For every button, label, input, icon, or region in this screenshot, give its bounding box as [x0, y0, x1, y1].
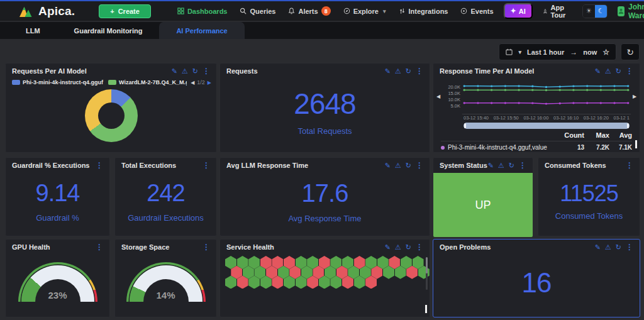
alert-icon[interactable]: ⚠	[395, 68, 401, 75]
alert-icon[interactable]: ⚠	[395, 162, 401, 169]
star-icon[interactable]: ☆	[602, 48, 609, 57]
alert-icon[interactable]: ⚠	[182, 68, 188, 75]
donut-chart[interactable]	[85, 89, 138, 142]
user-menu[interactable]: John Ward ▾	[618, 3, 644, 20]
tab-llm[interactable]: LLM	[9, 22, 57, 39]
light-theme-icon[interactable]: ☀	[583, 5, 595, 18]
system-status-indicator[interactable]: UP	[433, 173, 533, 237]
scrollbar[interactable]	[635, 140, 637, 148]
time-range-from[interactable]: Last 1 hour	[527, 48, 564, 56]
edit-icon[interactable]: ✎	[385, 244, 391, 251]
nav-items: DashboardsQueriesAlerts8Explore▾Integrat…	[177, 6, 494, 16]
nav-item-events[interactable]: Events	[460, 8, 493, 15]
alert-icon[interactable]: ⚠	[605, 68, 611, 75]
gpu-gauge[interactable]: 23%	[18, 262, 97, 302]
refresh-icon[interactable]: ↻	[616, 68, 621, 75]
nav-item-alerts[interactable]: Alerts8	[288, 6, 330, 16]
panel-actions: ⋮	[96, 243, 103, 251]
nav-item-dashboards[interactable]: Dashboards	[177, 8, 228, 15]
apica-logo-icon	[19, 5, 34, 18]
dashboard-page: Apica. + Create DashboardsQueriesAlerts8…	[0, 0, 644, 320]
chevron-down-icon[interactable]: ▾	[518, 49, 521, 55]
kebab-icon[interactable]: ⋮	[519, 162, 526, 169]
create-button[interactable]: + Create	[99, 4, 151, 18]
edit-icon[interactable]: ✎	[172, 68, 177, 75]
alert-icon[interactable]: ⚠	[498, 162, 504, 169]
alert-icon[interactable]: ⚠	[395, 244, 401, 251]
edit-icon[interactable]: ✎	[385, 162, 391, 169]
y-tick-label: 5.0K	[441, 103, 460, 109]
storage-gauge[interactable]: 14%	[126, 262, 206, 302]
top-navbar: Apica. + Create DashboardsQueriesAlerts8…	[0, 0, 644, 21]
panel-actions: ⋮	[96, 162, 103, 169]
refresh-icon[interactable]: ↻	[406, 68, 411, 75]
kebab-icon[interactable]: ⋮	[416, 243, 423, 251]
panel-title: Service Health	[226, 243, 274, 251]
kebab-icon[interactable]: ⋮	[416, 67, 423, 75]
kebab-icon[interactable]: ⋮	[96, 243, 103, 251]
kebab-icon[interactable]: ⋮	[203, 162, 210, 169]
time-range-to[interactable]: now	[583, 48, 597, 56]
response-chart[interactable]	[462, 78, 631, 114]
tab-ai-performance[interactable]: AI Performance	[159, 22, 244, 39]
edit-icon[interactable]: ✎	[595, 244, 601, 251]
x-tick-label: 03-12 16:10	[553, 115, 579, 121]
events-icon	[460, 8, 467, 14]
panel-service-health: Service Health ✎⚠↻⋮	[219, 239, 430, 317]
legend-item[interactable]: Phi-3-mini-4k-instruct-q4.gguf	[12, 79, 103, 86]
user-name: John Ward	[628, 3, 644, 20]
legend-swatch	[108, 80, 116, 85]
theme-toggle[interactable]: ☀ ☾	[582, 4, 608, 18]
panel-actions: ✎⚠↻⋮	[385, 243, 423, 251]
time-controls: ▾ Last 1 hour → now ☆ ↻	[499, 43, 640, 60]
table-header: Count Max Avg	[441, 131, 632, 139]
edit-icon[interactable]: ✎	[595, 68, 601, 75]
edit-icon[interactable]: ✎	[488, 162, 494, 169]
kebab-icon[interactable]: ⋮	[416, 162, 423, 169]
kebab-icon[interactable]: ⋮	[626, 67, 633, 75]
nav-item-explore[interactable]: Explore▾	[343, 8, 386, 15]
kebab-icon[interactable]: ⋮	[203, 67, 210, 75]
refresh-icon[interactable]: ↻	[616, 244, 621, 251]
brush-handle-right[interactable]	[627, 123, 629, 128]
arrow-right-icon: →	[570, 48, 577, 57]
table-row[interactable]: Phi-3-mini-4k-instruct-q4.gguf,value 13 …	[441, 141, 632, 151]
kebab-icon[interactable]: ⋮	[626, 243, 633, 251]
nav-item-integrations[interactable]: Integrations	[399, 8, 448, 15]
refresh-icon[interactable]: ↻	[192, 68, 198, 75]
brand[interactable]: Apica.	[19, 4, 75, 18]
legend-item[interactable]: WizardLM-2-7B.Q4_K_M.gguf	[108, 79, 187, 86]
stat-label: Avg Response Time	[288, 214, 361, 223]
refresh-icon[interactable]: ↻	[406, 162, 411, 169]
panel-actions: ✎⚠↻⋮	[595, 67, 633, 75]
brush-handle-left[interactable]	[464, 123, 466, 128]
dark-theme-icon[interactable]: ☾	[595, 5, 607, 18]
legend-prev-icon[interactable]: ◀	[191, 80, 194, 86]
kebab-icon[interactable]: ⋮	[96, 162, 103, 169]
ai-assistant-button[interactable]: ✦ AI	[504, 3, 533, 19]
time-range-picker[interactable]: ▾ Last 1 hour → now ☆	[499, 43, 616, 60]
legend-next-icon[interactable]: ▶	[208, 80, 211, 86]
alert-icon[interactable]: ⚠	[605, 244, 611, 251]
tab-guardrail-monitoring[interactable]: Guardrail Monitoring	[57, 22, 160, 39]
chart-next-icon[interactable]: ▶	[631, 94, 638, 99]
app-tour-button[interactable]: App Tour	[543, 4, 572, 19]
stat-value: 242	[147, 181, 184, 205]
scrollbar[interactable]	[426, 257, 428, 290]
navbar-right: ✦ AI App Tour ☀ ☾ John Ward ▾	[504, 3, 644, 20]
stat-value: 17.6	[302, 180, 348, 206]
refresh-button[interactable]: ↻	[621, 43, 640, 60]
gauge-value: 14%	[126, 290, 206, 301]
alerts-badge: 8	[321, 6, 331, 16]
refresh-icon[interactable]: ↻	[406, 244, 411, 251]
tab-bar-items: LLMGuardrail MonitoringAI Performance	[0, 22, 644, 39]
kebab-icon[interactable]: ⋮	[626, 162, 633, 169]
panel-avg-llm-response-time: Avg LLM Response Time ✎⚠↻⋮ 17.6 Avg Resp…	[219, 157, 430, 236]
kebab-icon[interactable]: ⋮	[203, 243, 210, 251]
x-tick-label: 03-12 16:20	[584, 115, 609, 121]
chart-brush[interactable]	[464, 123, 630, 129]
edit-icon[interactable]: ✎	[385, 68, 391, 75]
nav-item-queries[interactable]: Queries	[240, 8, 275, 15]
refresh-icon[interactable]: ↻	[509, 162, 514, 169]
response-x-labels: 03-12 15:4003-12 15:5003-12 16:0003-12 1…	[464, 115, 630, 121]
